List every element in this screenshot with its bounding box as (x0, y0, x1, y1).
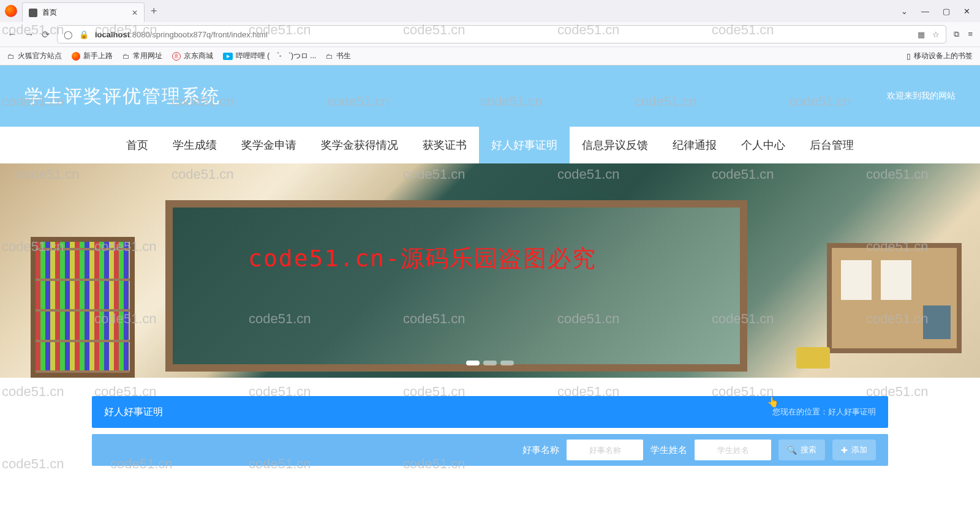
browser-tab[interactable]: 首页 ✕ (22, 2, 145, 22)
reload-button[interactable]: ⟳ (42, 29, 50, 40)
main-content: 好人好事证明 您现在的位置：好人好事证明 好事名称 学生姓名 🔍搜索 ✚添加 (0, 378, 980, 466)
nav-item-9[interactable]: 后台管理 (797, 127, 866, 163)
filter-input-name[interactable] (567, 440, 643, 460)
site-welcome: 欢迎来到我的网站 (887, 91, 956, 102)
bookmark-item[interactable]: 🗀火狐官方站点 (7, 51, 62, 61)
bookmark-label: 常用网址 (133, 51, 162, 61)
url-path: :8080/springbootx877q/front/index.html (130, 30, 268, 39)
nav-item-7[interactable]: 纪律通报 (660, 127, 729, 163)
firefox-icon (5, 5, 17, 17)
extensions-icon[interactable]: ⧉ (954, 29, 959, 39)
carousel-dot[interactable] (483, 361, 497, 365)
site-title: 学生评奖评优管理系统 (24, 84, 221, 109)
window-controls: ⌄ — ▢ ✕ (901, 7, 980, 16)
add-button-label: 添加 (851, 444, 867, 455)
bookmarks-bar: 🗀火狐官方站点 新手上路 🗀常用网址 京京东商城 ▶哔哩哔哩 ( ゜- ゜)つロ… (0, 47, 980, 65)
search-icon: 🔍 (787, 446, 797, 455)
tab-favicon (29, 9, 37, 17)
carousel-dot[interactable] (500, 361, 514, 365)
search-button-label: 搜索 (801, 444, 816, 455)
carousel-dot[interactable] (466, 361, 480, 365)
jd-icon: 京 (172, 52, 181, 61)
window-minimize-icon[interactable]: — (921, 7, 929, 16)
bookmark-label: 哔哩哔哩 ( ゜- ゜)つロ ... (236, 51, 316, 61)
window-close-icon[interactable]: ✕ (963, 7, 970, 16)
bookmark-star-icon[interactable]: ☆ (932, 30, 940, 39)
add-button[interactable]: ✚添加 (832, 440, 876, 460)
plus-icon: ✚ (841, 446, 848, 455)
search-button[interactable]: 🔍搜索 (778, 440, 825, 460)
mobile-icon: ▯ (907, 52, 911, 61)
bookmark-label: 书生 (336, 51, 351, 61)
tab-close-icon[interactable]: ✕ (132, 9, 138, 17)
nav-item-3[interactable]: 奖学金获得情况 (309, 127, 410, 163)
nav-item-8[interactable]: 个人中心 (729, 127, 797, 163)
bookmark-label: 移动设备上的书签 (914, 51, 973, 61)
page-content: 学生评奖评优管理系统 欢迎来到我的网站 首页学生成绩奖学金申请奖学金获得情况获奖… (0, 66, 980, 466)
breadcrumb-title: 好人好事证明 (104, 406, 163, 419)
url-host: localhost (95, 30, 130, 39)
url-bar[interactable]: ◯ 🔒 localhost:8080/springbootx877q/front… (57, 25, 946, 43)
firefox-icon (72, 52, 80, 61)
folder-icon: 🗀 (123, 52, 130, 61)
breadcrumb-bar: 好人好事证明 您现在的位置：好人好事证明 (92, 396, 888, 428)
filter-label-student: 学生姓名 (650, 444, 687, 456)
mobile-bookmarks[interactable]: ▯移动设备上的书签 (907, 51, 973, 61)
nav-menu: 首页学生成绩奖学金申请奖学金获得情况获奖证书好人好事证明信息异议反馈纪律通报个人… (0, 127, 980, 163)
tab-strip: 首页 ✕ + ⌄ — ▢ ✕ (0, 0, 980, 22)
bookmark-label: 京东商城 (184, 51, 213, 61)
forward-button[interactable]: → (24, 29, 34, 40)
browser-toolbar: ← → ⟳ ◯ 🔒 localhost:8080/springbootx877q… (0, 22, 980, 47)
bookmark-item[interactable]: 🗀常用网址 (123, 51, 162, 61)
bookmark-item[interactable]: 京京东商城 (172, 51, 213, 61)
nav-item-4[interactable]: 获奖证书 (410, 127, 479, 163)
new-tab-button[interactable]: + (151, 5, 157, 18)
bookmark-item[interactable]: 新手上路 (72, 51, 113, 61)
nav-item-6[interactable]: 信息异议反馈 (570, 127, 660, 163)
nav-item-5[interactable]: 好人好事证明 (479, 127, 570, 163)
bookmark-label: 新手上路 (83, 51, 113, 61)
filter-input-student[interactable] (695, 440, 771, 460)
filter-label-name: 好事名称 (522, 444, 559, 456)
breadcrumb-prefix: 您现在的位置： (772, 407, 828, 416)
bookmark-item[interactable]: ▶哔哩哔哩 ( ゜- ゜)つロ ... (223, 51, 316, 61)
bookmark-item[interactable]: 🗀书生 (326, 51, 351, 61)
site-header: 学生评奖评优管理系统 欢迎来到我的网站 (0, 66, 980, 127)
nav-item-1[interactable]: 学生成绩 (160, 127, 229, 163)
breadcrumb-value: 好人好事证明 (828, 407, 876, 416)
window-dropdown-icon[interactable]: ⌄ (901, 7, 908, 16)
menu-icon[interactable]: ≡ (968, 29, 973, 39)
back-button[interactable]: ← (7, 29, 17, 40)
folder-icon: 🗀 (326, 52, 333, 61)
browser-chrome: 首页 ✕ + ⌄ — ▢ ✕ ← → ⟳ ◯ 🔒 localhost:8080/… (0, 0, 980, 66)
folder-icon: 🗀 (7, 52, 15, 61)
carousel-dots (466, 361, 514, 365)
window-maximize-icon[interactable]: ▢ (943, 7, 950, 16)
banner-watermark-text: code51.cn-源码乐园盗图必究 (248, 243, 597, 274)
qr-icon[interactable]: ▦ (918, 30, 925, 39)
filter-bar: 好事名称 学生姓名 🔍搜索 ✚添加 (92, 434, 888, 466)
carousel-banner[interactable]: code51.cn-源码乐园盗图必究 (0, 163, 980, 378)
lock-icon[interactable]: 🔒 (79, 30, 89, 39)
nav-item-2[interactable]: 奖学金申请 (229, 127, 309, 163)
breadcrumb-location: 您现在的位置：好人好事证明 (772, 406, 876, 417)
shield-icon[interactable]: ◯ (64, 30, 73, 39)
nav-item-0[interactable]: 首页 (114, 127, 160, 163)
bilibili-icon: ▶ (223, 53, 233, 60)
bookmark-label: 火狐官方站点 (18, 51, 62, 61)
tab-title: 首页 (42, 7, 57, 18)
